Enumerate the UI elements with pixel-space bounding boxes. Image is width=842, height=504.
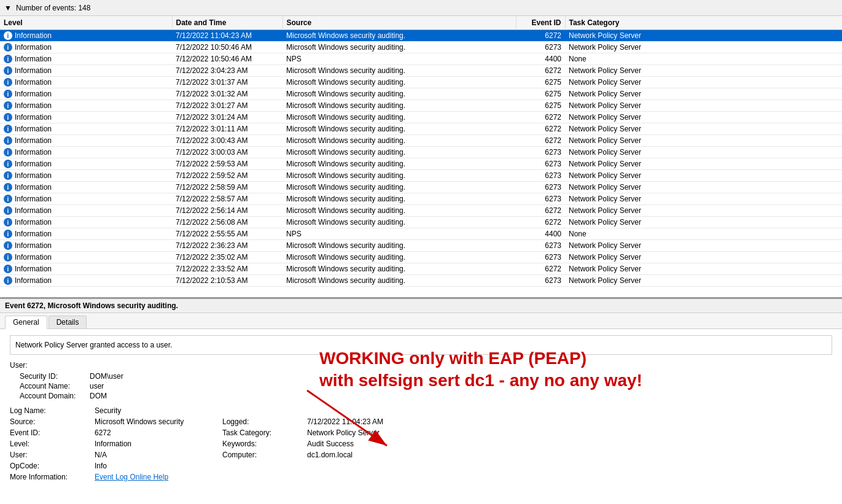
table-row[interactable]: iInformation7/12/2022 11:04:23 AMMicroso… [0,30,842,42]
eventid-cell: 6273 [516,42,565,53]
table-row[interactable]: iInformation7/12/2022 2:59:52 AMMicrosof… [0,170,842,182]
source-cell: Microsoft Windows security auditing. [283,123,516,135]
filter-icon: ▼ [4,4,12,12]
table-row[interactable]: iInformation7/12/2022 2:56:08 AMMicrosof… [0,217,842,228]
table-header-row: Level Date and Time Source Event ID Task… [0,16,842,30]
level-text: Information [15,113,52,122]
level-text: Information [15,66,52,75]
info-icon: i [4,265,12,273]
info-icon: i [4,31,12,40]
info-icon: i [4,148,12,157]
table-row[interactable]: iInformation7/12/2022 3:00:43 AMMicrosof… [0,135,842,147]
level-text: Information [15,230,52,238]
table-row[interactable]: iInformation7/12/2022 2:56:14 AMMicrosof… [0,205,842,217]
info-icon: i [4,183,12,192]
table-row[interactable]: iInformation7/12/2022 2:59:53 AMMicrosof… [0,158,842,170]
info-icon: i [4,195,12,203]
level-text: Information [15,148,52,157]
table-row[interactable]: iInformation7/12/2022 2:58:59 AMMicrosof… [0,182,842,193]
col-header-eventid[interactable]: Event ID [516,16,565,30]
level-text: Information [15,43,52,52]
table-row[interactable]: iInformation7/12/2022 2:58:57 AMMicrosof… [0,193,842,205]
eventid-cell: 6272 [516,123,565,135]
table-row[interactable]: iInformation7/12/2022 3:04:23 AMMicrosof… [0,65,842,77]
taskcategory-cell: Network Policy Server [565,147,842,158]
info-icon: i [4,160,12,168]
table-row[interactable]: iInformation7/12/2022 10:50:46 AMMicroso… [0,42,842,53]
level-text: Information [15,171,52,180]
source-cell: Microsoft Windows security auditing. [283,112,516,123]
table-row[interactable]: iInformation7/12/2022 3:00:03 AMMicrosof… [0,147,842,158]
tab-general[interactable]: General [5,316,47,329]
taskcategory-cell: Network Policy Server [565,158,842,170]
col-header-datetime[interactable]: Date and Time [172,16,283,30]
level-text: Information [15,253,52,262]
datetime-cell: 7/12/2022 2:59:52 AM [172,170,283,182]
col-header-taskcategory[interactable]: Task Category [565,16,842,30]
taskcategory-cell: Network Policy Server [565,240,842,252]
event-log-online-help-link[interactable]: Event Log Online Help [95,473,168,481]
taskcategory-cell: Network Policy Server [565,77,842,88]
level-text: Information [15,136,52,145]
level-text: Information [15,195,52,203]
eventid-cell: 6272 [516,30,565,42]
eventid-cell: 4400 [516,53,565,65]
table-row[interactable]: iInformation7/12/2022 10:50:46 AMNPS4400… [0,53,842,65]
source-cell: NPS [283,53,516,65]
info-icon: i [4,218,12,227]
source-cell: Microsoft Windows security auditing. [283,252,516,263]
level-text: Information [15,78,52,87]
taskcategory-cell: Network Policy Server [565,42,842,53]
table-row[interactable]: iInformation7/12/2022 3:01:37 AMMicrosof… [0,77,842,88]
computer-value: dc1.dom.local [307,451,832,459]
eventid-cell: 6272 [516,217,565,228]
detail-header: Event 6272, Microsoft Windows security a… [0,299,842,313]
events-table: Level Date and Time Source Event ID Task… [0,16,842,287]
computer-label: Computer: [222,451,302,459]
eventid-cell: 6273 [516,170,565,182]
table-row[interactable]: iInformation7/12/2022 3:01:32 AMMicrosof… [0,88,842,100]
info-icon: i [4,230,12,238]
filter-bar: ▼ Number of events: 148 [0,0,842,16]
table-row[interactable]: iInformation7/12/2022 2:10:53 AMMicrosof… [0,275,842,287]
datetime-cell: 7/12/2022 3:00:43 AM [172,135,283,147]
task-category-label: Task Category: [222,428,302,437]
table-row[interactable]: iInformation7/12/2022 2:33:52 AMMicrosof… [0,263,842,275]
tab-details[interactable]: Details [49,316,87,328]
col-header-source[interactable]: Source [283,16,516,30]
source-cell: Microsoft Windows security auditing. [283,135,516,147]
datetime-cell: 7/12/2022 3:01:24 AM [172,112,283,123]
table-row[interactable]: iInformation7/12/2022 2:35:02 AMMicrosof… [0,252,842,263]
table-row[interactable]: iInformation7/12/2022 3:01:11 AMMicrosof… [0,123,842,135]
user-fields: Security ID: DOM\user Account Name: user… [20,372,832,401]
source-cell: Microsoft Windows security auditing. [283,217,516,228]
source-cell: Microsoft Windows security auditing. [283,170,516,182]
eventid-cell: 6275 [516,100,565,112]
detail-content: WORKING only with EAP (PEAP) with selfsi… [0,329,842,487]
info-icon: i [4,101,12,110]
datetime-cell: 7/12/2022 2:10:53 AM [172,275,283,287]
task-category-value: Network Policy Server [307,428,832,437]
taskcategory-cell: Network Policy Server [565,205,842,217]
table-row[interactable]: iInformation7/12/2022 2:36:23 AMMicrosof… [0,240,842,252]
source-cell: Microsoft Windows security auditing. [283,205,516,217]
eventid-cell: 6273 [516,252,565,263]
datetime-cell: 7/12/2022 2:58:59 AM [172,182,283,193]
taskcategory-cell: Network Policy Server [565,65,842,77]
more-info-value: Event Log Online Help [95,473,217,481]
level-text: Information [15,160,52,168]
detail-panel: Event 6272, Microsoft Windows security a… [0,298,842,487]
source-value: Microsoft Windows security [95,417,217,426]
user-value: N/A [95,451,217,459]
info-icon: i [4,206,12,215]
detail-message: Network Policy Server granted access to … [10,335,832,355]
datetime-cell: 7/12/2022 2:36:23 AM [172,240,283,252]
table-row[interactable]: iInformation7/12/2022 3:01:24 AMMicrosof… [0,112,842,123]
col-header-level[interactable]: Level [0,16,172,30]
taskcategory-cell: Network Policy Server [565,30,842,42]
level-value: Information [95,440,217,448]
table-row[interactable]: iInformation7/12/2022 3:01:27 AMMicrosof… [0,100,842,112]
level-text: Information [15,31,52,40]
table-row[interactable]: iInformation7/12/2022 2:55:55 AMNPS4400N… [0,228,842,240]
user-section-label: User: [10,361,832,370]
